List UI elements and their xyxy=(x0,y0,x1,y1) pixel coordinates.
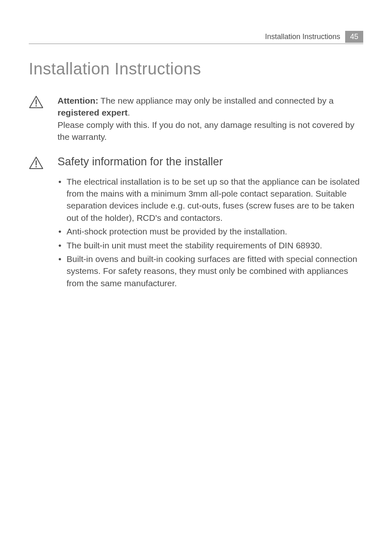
list-item: The built-in unit must meet the stabilit… xyxy=(58,239,363,251)
attention-paragraph: Attention: The new appliance may only be… xyxy=(58,95,363,119)
attention-text-1: The new appliance may only be installed … xyxy=(98,96,334,105)
svg-point-3 xyxy=(35,166,37,167)
attention-bold-phrase: registered expert xyxy=(58,108,127,117)
warning-triangle-icon xyxy=(29,103,44,110)
main-title: Installation Instructions xyxy=(29,60,363,78)
attention-followup: Please comply with this. If you do not, … xyxy=(58,119,363,143)
icon-column xyxy=(29,155,45,291)
safety-bullet-list: The electrical installation is to be set… xyxy=(58,176,363,290)
icon-column xyxy=(29,95,45,143)
page-header: Installation Instructions 45 xyxy=(265,31,363,43)
attention-text-column: Attention: The new appliance may only be… xyxy=(58,95,363,143)
list-item: Anti-shock protection must be provided b… xyxy=(58,225,363,237)
page-content: Installation Instructions Attention: The… xyxy=(29,60,363,303)
safety-section: Safety information for the installer The… xyxy=(29,155,363,291)
safety-text-column: Safety information for the installer The… xyxy=(58,155,363,291)
header-divider xyxy=(29,44,363,44)
list-item: The electrical installation is to be set… xyxy=(58,176,363,224)
attention-text-2: . xyxy=(127,108,130,117)
attention-label: Attention: xyxy=(58,96,98,105)
attention-section: Attention: The new appliance may only be… xyxy=(29,95,363,143)
warning-triangle-icon xyxy=(29,164,44,171)
svg-point-1 xyxy=(35,105,37,107)
page-number: 45 xyxy=(345,31,363,43)
header-section-title: Installation Instructions xyxy=(265,32,340,41)
list-item: Built-in ovens and built-in cooking surf… xyxy=(58,253,363,289)
safety-heading: Safety information for the installer xyxy=(58,155,363,168)
